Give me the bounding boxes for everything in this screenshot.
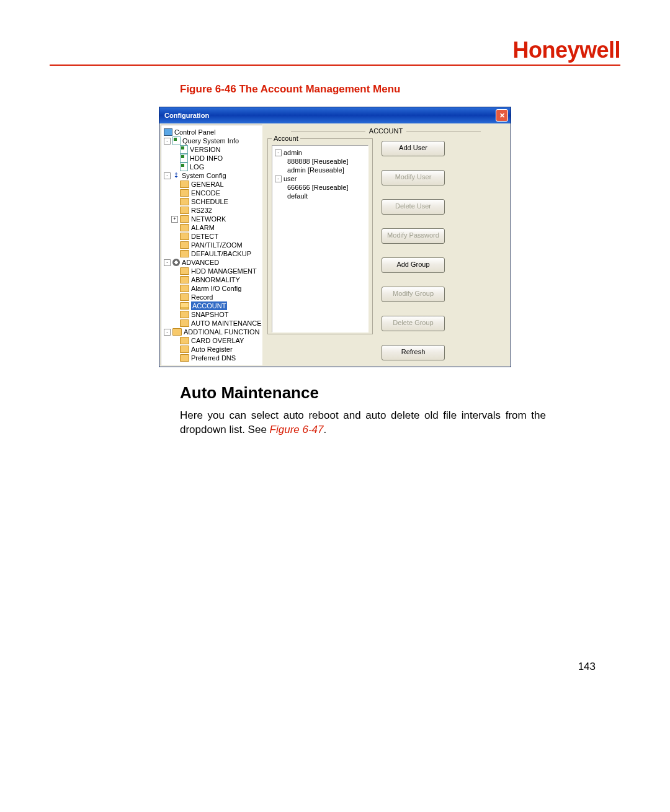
account-tree[interactable]: -admin 888888 [Reuseable] admin [Reuseab…	[272, 145, 368, 332]
folder-icon	[172, 328, 182, 336]
expand-icon[interactable]: +	[171, 216, 178, 223]
account-item[interactable]: admin [Reuseable]	[275, 166, 365, 174]
panel-header: ACCOUNT	[267, 127, 504, 135]
modify-group-button[interactable]: Modify Group	[382, 287, 445, 302]
add-user-button[interactable]: Add User	[382, 141, 445, 156]
folder-icon	[180, 241, 189, 249]
configuration-window: Configuration ✕ Control Panel -Query Sys…	[159, 107, 511, 367]
account-item[interactable]: 666666 [Reuseable]	[275, 183, 365, 192]
add-group-button[interactable]: Add Group	[382, 257, 445, 273]
refresh-button[interactable]: Refresh	[382, 345, 445, 360]
tree-item-account[interactable]: ACCOUNT	[163, 301, 261, 310]
figure-reference-link[interactable]: Figure 6-47	[270, 424, 324, 435]
nav-tree[interactable]: Control Panel -Query System Info VERSION…	[161, 125, 262, 365]
folder-icon	[180, 346, 189, 353]
tree-item-advanced[interactable]: -ADVANCED	[163, 258, 261, 267]
tree-item-general[interactable]: GENERAL	[163, 180, 261, 189]
folder-icon	[180, 267, 189, 275]
folder-icon	[180, 215, 189, 223]
brand-rule	[50, 65, 620, 66]
folder-open-icon	[180, 302, 189, 310]
delete-user-button[interactable]: Delete User	[382, 199, 445, 215]
tree-item-version[interactable]: VERSION	[163, 145, 261, 154]
tree-item-schedule[interactable]: SCHEDULE	[163, 197, 261, 206]
close-icon[interactable]: ✕	[496, 109, 508, 122]
body-paragraph: Here you can select auto reboot and auto…	[180, 409, 546, 437]
folder-icon	[180, 319, 189, 327]
collapse-icon[interactable]: -	[164, 138, 171, 145]
folder-icon	[180, 276, 189, 283]
control-panel-icon	[164, 128, 172, 136]
folder-icon	[180, 250, 189, 257]
tree-item-abnormality[interactable]: ABNORMALITY	[163, 275, 261, 284]
delete-group-button[interactable]: Delete Group	[382, 316, 445, 331]
tree-item-default-backup[interactable]: DEFAULT/BACKUP	[163, 249, 261, 258]
tree-item-ptz[interactable]: PAN/TILT/ZOOM	[163, 241, 261, 249]
tree-item-log[interactable]: LOG	[163, 163, 261, 171]
button-column: Add User Modify User Delete User Modify …	[382, 138, 445, 360]
tree-item-network[interactable]: +NETWORK	[163, 215, 261, 223]
tree-item-rs232[interactable]: RS232	[163, 206, 261, 215]
page-number: 143	[50, 661, 620, 673]
tree-item-encode[interactable]: ENCODE	[163, 189, 261, 197]
tree-item-card-overlay[interactable]: CARD OVERLAY	[163, 336, 261, 345]
account-item[interactable]: default	[275, 192, 365, 200]
folder-icon	[180, 207, 189, 214]
tree-item-system-config[interactable]: -‡System Config	[163, 171, 261, 180]
tree-item-preferred-dns[interactable]: Preferred DNS	[163, 354, 261, 362]
tree-item-alarm-io[interactable]: Alarm I/O Config	[163, 284, 261, 293]
folder-icon	[180, 181, 189, 188]
folder-icon	[180, 233, 189, 240]
tree-item-control-panel[interactable]: Control Panel	[163, 128, 261, 136]
doc-icon	[180, 145, 188, 154]
figure-caption: Figure 6-46 The Account Management Menu	[180, 83, 620, 96]
account-fieldset: Account -admin 888888 [Reuseable] admin …	[267, 138, 373, 334]
gear-icon	[172, 259, 180, 266]
account-panel: ACCOUNT Account -admin 888888 [Reuseable…	[264, 123, 511, 367]
doc-icon	[172, 136, 181, 145]
folder-icon	[180, 285, 189, 292]
account-group-user[interactable]: -user	[275, 174, 365, 183]
folder-icon	[180, 311, 189, 318]
folder-icon	[180, 354, 189, 362]
folder-icon	[180, 293, 189, 301]
folder-icon	[180, 189, 189, 197]
modify-user-button[interactable]: Modify User	[382, 170, 445, 185]
window-titlebar: Configuration ✕	[159, 107, 511, 123]
tree-item-auto-register[interactable]: Auto Register	[163, 345, 261, 354]
system-icon: ‡	[172, 172, 180, 179]
tree-item-addl-func[interactable]: -ADDTIONAL FUNCTION	[163, 328, 261, 336]
doc-icon	[180, 154, 188, 163]
collapse-icon[interactable]: -	[164, 259, 171, 266]
collapse-icon[interactable]: -	[275, 176, 282, 182]
collapse-icon[interactable]: -	[275, 149, 282, 156]
collapse-icon[interactable]: -	[164, 329, 171, 336]
section-heading: Auto Maintenance	[180, 383, 620, 403]
folder-icon	[180, 198, 189, 205]
account-item[interactable]: 888888 [Reuseable]	[275, 157, 365, 166]
tree-item-detect[interactable]: DETECT	[163, 232, 261, 241]
tree-item-snapshot[interactable]: SNAPSHOT	[163, 310, 261, 319]
tree-item-hdd-info[interactable]: HDD INFO	[163, 154, 261, 163]
doc-icon	[180, 163, 188, 171]
account-group-admin[interactable]: -admin	[275, 148, 365, 157]
window-title: Configuration	[164, 112, 209, 119]
folder-icon	[180, 337, 189, 344]
fieldset-label: Account	[272, 135, 300, 142]
collapse-icon[interactable]: -	[164, 172, 171, 179]
tree-item-record[interactable]: Record	[163, 293, 261, 301]
modify-password-button[interactable]: Modify Password	[382, 228, 445, 244]
tree-item-query[interactable]: -Query System Info	[163, 136, 261, 145]
tree-item-alarm[interactable]: ALARM	[163, 223, 261, 232]
tree-item-hdd-mgmt[interactable]: HDD MANAGEMENT	[163, 267, 261, 275]
tree-item-auto-maint[interactable]: AUTO MAINTENANCE	[163, 319, 261, 328]
folder-icon	[180, 224, 189, 231]
brand-logo: Honeywell	[50, 37, 620, 65]
